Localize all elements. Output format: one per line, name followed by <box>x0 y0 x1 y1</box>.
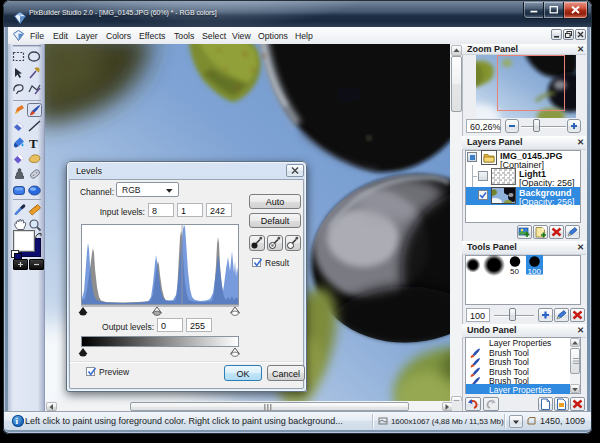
svg-text:50: 50 <box>510 267 519 276</box>
svg-text:T: T <box>29 136 38 151</box>
svg-text:100: 100 <box>528 267 542 276</box>
